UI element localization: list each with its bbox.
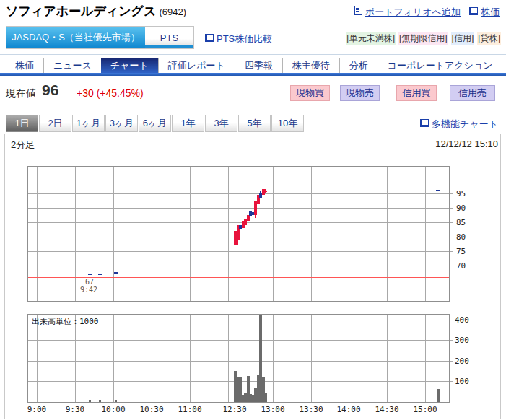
gridline-v — [311, 167, 312, 301]
gridline-h — [28, 208, 449, 209]
price-axis-label: 75 — [456, 247, 466, 256]
axis-tick — [450, 237, 453, 237]
x-axis-label: 15:00 — [411, 405, 440, 414]
gridline-h — [28, 222, 449, 223]
gridline-v — [311, 315, 312, 402]
order-button-信用売[interactable]: 信用売 — [450, 85, 495, 101]
order-button-現物売[interactable]: 現物売 — [340, 85, 380, 101]
volume-bar — [115, 400, 117, 402]
axis-tick — [450, 266, 453, 266]
volume-axis-label: 200 — [455, 356, 469, 366]
gridline-h — [28, 251, 449, 252]
x-axis-label: 13:00 — [258, 405, 287, 414]
price-axis-label: 70 — [456, 261, 466, 271]
gridline-v — [273, 167, 274, 301]
gridline-h — [28, 340, 449, 341]
gridline-v — [387, 167, 388, 301]
volume-bar — [89, 400, 91, 402]
gridline-v — [113, 167, 114, 301]
gridline-v — [190, 315, 191, 402]
gridline-v — [113, 315, 114, 402]
price-axis-label: 95 — [456, 189, 466, 198]
volume-bar — [264, 393, 267, 402]
axis-tick — [450, 251, 453, 252]
trade-dash — [98, 274, 102, 275]
volume-unit-label: 出来高単位：1000 — [32, 316, 99, 327]
gridline-v — [349, 167, 349, 301]
gridline-v — [152, 315, 152, 402]
gridline-v — [349, 315, 349, 402]
x-axis-label: 10:30 — [137, 405, 166, 414]
x-axis-label: 9:00 — [22, 405, 51, 414]
axis-tick — [450, 208, 453, 209]
x-axis-label: 12:30 — [220, 405, 249, 414]
candle-body — [264, 191, 267, 192]
gridline-v — [228, 315, 229, 402]
gridline-v — [37, 315, 38, 402]
axis-tick — [450, 320, 453, 320]
trade-dash — [88, 274, 92, 275]
x-axis-label: 9:30 — [61, 405, 90, 414]
x-axis-label: 10:00 — [99, 405, 128, 414]
trade-dash — [114, 272, 118, 274]
gridline-v — [75, 315, 76, 402]
volume-bar — [437, 389, 440, 402]
volume-axis-label: 100 — [455, 377, 469, 386]
gridline-h — [28, 361, 449, 362]
gridline-h — [28, 193, 449, 194]
order-button-現物買[interactable]: 現物買 — [290, 85, 330, 101]
x-axis-label: 14:30 — [372, 405, 401, 414]
volume-bar — [99, 400, 101, 402]
gridline-v — [75, 167, 76, 301]
gridline-v — [425, 167, 426, 301]
price-axis-label: 90 — [456, 204, 466, 213]
axis-tick — [450, 340, 453, 341]
last-trade-dash — [436, 190, 440, 191]
gridline-v — [190, 167, 191, 301]
price-volume-chart: 959085807570400300200100出来高単位：10009:009:… — [0, 0, 506, 420]
order-button-信用買[interactable]: 信用買 — [396, 85, 437, 101]
low-price-annotation: 67 — [85, 278, 94, 286]
axis-tick — [450, 193, 453, 194]
gridline-v — [37, 167, 38, 301]
axis-tick — [450, 361, 453, 362]
price-axis-label: 80 — [456, 232, 466, 242]
axis-tick — [450, 222, 453, 223]
gridline-v — [387, 315, 388, 402]
gridline-v — [273, 315, 274, 402]
low-time-annotation: 9:42 — [80, 286, 97, 294]
gridline-v — [152, 167, 152, 301]
axis-tick — [450, 381, 453, 382]
gridline-v — [425, 315, 426, 402]
gridline-v — [228, 167, 229, 301]
price-axis-label: 85 — [456, 218, 466, 227]
x-axis-label: 11:00 — [175, 405, 204, 414]
x-axis-label: 14:00 — [334, 405, 363, 414]
x-axis-label: 13:30 — [297, 405, 326, 414]
gridline-h — [28, 266, 449, 266]
volume-axis-label: 400 — [455, 315, 469, 325]
volume-axis-label: 300 — [455, 336, 469, 345]
